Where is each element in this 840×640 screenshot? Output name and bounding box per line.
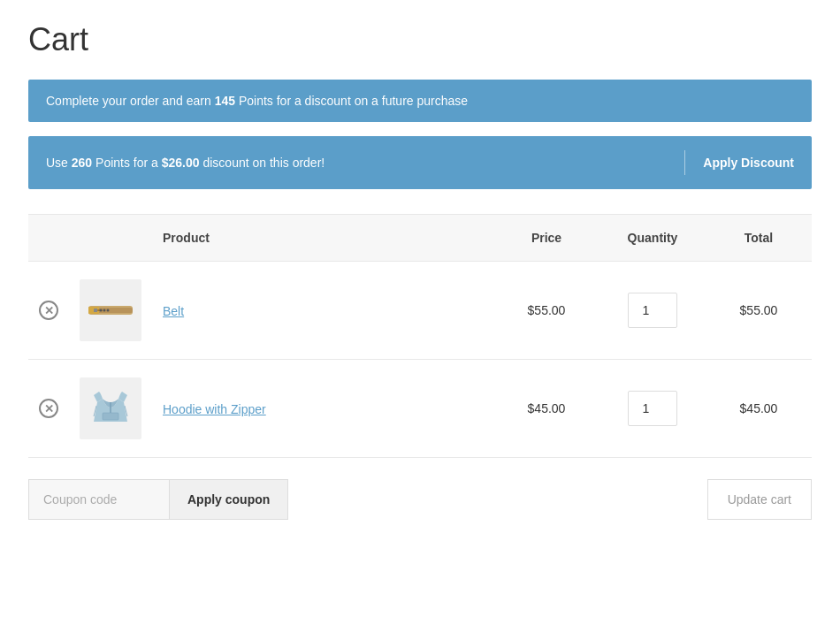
belt-thumbnail bbox=[80, 279, 141, 341]
coupon-code-input[interactable] bbox=[28, 479, 170, 520]
apply-discount-button[interactable]: Apply Discount bbox=[703, 156, 794, 170]
points-earn-banner: Complete your order and earn 145 Points … bbox=[28, 80, 812, 122]
header-remove bbox=[28, 215, 69, 262]
hoodie-price-cell: $45.00 bbox=[493, 360, 599, 458]
banner-text-after: Points for a discount on a future purcha… bbox=[235, 94, 468, 108]
hoodie-image bbox=[85, 383, 136, 434]
hoodie-quantity-input[interactable] bbox=[628, 391, 677, 426]
cart-table-header: Product Price Quantity Total bbox=[28, 215, 812, 262]
table-row: ✕ bbox=[28, 360, 812, 458]
remove-belt-button[interactable]: ✕ bbox=[39, 301, 58, 320]
discount-action: Apply Discount bbox=[667, 150, 794, 175]
header-total: Total bbox=[706, 215, 812, 262]
belt-product-link[interactable]: Belt bbox=[163, 304, 184, 318]
belt-qty-cell bbox=[599, 262, 706, 360]
header-price: Price bbox=[493, 215, 599, 262]
apply-coupon-button[interactable]: Apply coupon bbox=[170, 479, 288, 520]
discount-points: 260 bbox=[72, 156, 92, 170]
belt-quantity-input[interactable] bbox=[628, 293, 677, 328]
product-name-cell: Belt bbox=[152, 262, 493, 360]
cart-footer: Apply coupon Update cart bbox=[28, 479, 812, 520]
cart-table: Product Price Quantity Total ✕ bbox=[28, 214, 812, 458]
remove-icon: ✕ bbox=[39, 399, 58, 418]
header-quantity: Quantity bbox=[599, 215, 706, 262]
discount-banner: Use 260 Points for a $26.00 discount on … bbox=[28, 136, 812, 189]
cart-page: Cart Complete your order and earn 145 Po… bbox=[0, 0, 840, 555]
svg-point-5 bbox=[100, 309, 103, 312]
discount-text-before: Use bbox=[46, 156, 72, 170]
hoodie-thumbnail bbox=[80, 377, 141, 439]
table-row: ✕ bbox=[28, 262, 812, 360]
discount-text-after: discount on this order! bbox=[200, 156, 325, 170]
discount-amount: $26.00 bbox=[162, 156, 200, 170]
update-cart-button[interactable]: Update cart bbox=[707, 479, 812, 520]
header-thumb bbox=[69, 215, 152, 262]
thumb-cell bbox=[69, 360, 152, 458]
banner-points: 145 bbox=[215, 94, 235, 108]
banner-text-before: Complete your order and earn bbox=[46, 94, 215, 108]
remove-cell: ✕ bbox=[28, 262, 69, 360]
discount-banner-text: Use 260 Points for a $26.00 discount on … bbox=[46, 156, 325, 170]
belt-image bbox=[85, 285, 136, 336]
header-product: Product bbox=[152, 215, 493, 262]
remove-cell: ✕ bbox=[28, 360, 69, 458]
page-title: Cart bbox=[28, 21, 812, 58]
hoodie-product-link[interactable]: Hoodie with Zipper bbox=[163, 402, 266, 416]
remove-icon: ✕ bbox=[39, 301, 58, 320]
belt-price-cell: $55.00 bbox=[493, 262, 599, 360]
svg-rect-3 bbox=[94, 309, 97, 312]
hoodie-total-cell: $45.00 bbox=[706, 360, 812, 458]
cart-table-body: ✕ bbox=[28, 262, 812, 458]
banner-divider bbox=[684, 150, 685, 175]
svg-point-7 bbox=[107, 309, 110, 312]
hoodie-qty-cell bbox=[599, 360, 706, 458]
svg-point-6 bbox=[103, 309, 106, 312]
svg-rect-9 bbox=[103, 413, 118, 420]
remove-hoodie-button[interactable]: ✕ bbox=[39, 399, 58, 418]
product-name-cell: Hoodie with Zipper bbox=[152, 360, 493, 458]
belt-total-cell: $55.00 bbox=[706, 262, 812, 360]
thumb-cell bbox=[69, 262, 152, 360]
discount-text-mid: Points for a bbox=[92, 156, 162, 170]
